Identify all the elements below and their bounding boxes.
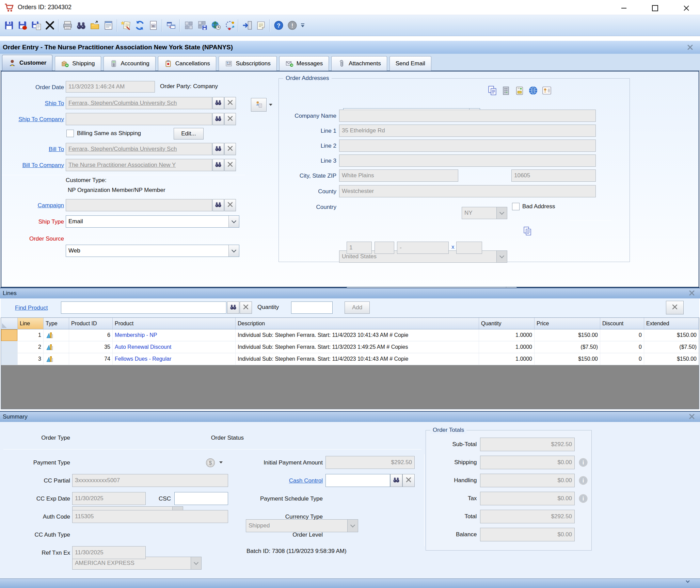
billing-same-checkbox[interactable] <box>66 130 74 137</box>
address-action-icon[interactable] <box>487 85 498 96</box>
product-link[interactable]: Fellows Dues - Regular <box>113 353 236 365</box>
report-icon[interactable] <box>101 18 115 33</box>
column-header-line[interactable]: Line <box>18 318 44 329</box>
summary-close-icon[interactable] <box>688 413 695 420</box>
help-icon[interactable]: ? <box>272 18 285 33</box>
csc-input[interactable] <box>174 492 228 505</box>
bill-to-search-button[interactable] <box>212 143 224 155</box>
cash-control-search-button[interactable] <box>390 474 402 487</box>
info-icon[interactable]: i <box>578 475 588 486</box>
tab[interactable]: Subscriptions <box>219 56 277 71</box>
campaign-search-button[interactable] <box>212 199 224 211</box>
ship-to-company-link[interactable]: Ship To Company <box>3 116 64 123</box>
bill-to-clear-button[interactable] <box>224 143 236 155</box>
order-source-select[interactable]: Web <box>66 245 239 257</box>
ship-to-link[interactable]: Ship To <box>14 100 64 107</box>
toolbar-overflow-button[interactable] <box>301 23 304 27</box>
column-header-type[interactable]: Type <box>44 318 69 329</box>
page-close-icon[interactable] <box>686 44 694 51</box>
tab[interactable]: Shipping <box>55 56 101 71</box>
tab[interactable]: Customer <box>2 55 52 71</box>
info-gray-icon[interactable]: ! <box>285 18 299 33</box>
folder-icon[interactable] <box>88 18 101 33</box>
address-action-icon[interactable] <box>500 85 511 96</box>
bill-to-link[interactable]: Bill To <box>14 146 64 153</box>
address-action-icon[interactable] <box>528 85 539 96</box>
row-selector-cell[interactable] <box>1 329 18 341</box>
minimize-button[interactable] <box>618 3 630 13</box>
column-header-product-id[interactable]: Product ID <box>69 318 113 329</box>
batch-id-text: Batch ID: 7308 (11/9/2023 9:58:39 AM) <box>246 548 347 555</box>
note-pen-icon[interactable] <box>254 18 268 33</box>
ship-type-select[interactable]: Email <box>66 215 239 228</box>
close-button[interactable] <box>680 3 693 13</box>
cash-control-link[interactable]: Cash Control <box>229 477 323 485</box>
save-page-icon[interactable] <box>29 18 43 33</box>
bill-to-company-search-button[interactable] <box>212 159 224 171</box>
id-doc-icon[interactable]: ID <box>146 18 160 33</box>
lines-close-icon[interactable] <box>688 290 695 296</box>
maximize-button[interactable] <box>649 3 661 13</box>
ship-to-search-button[interactable] <box>212 97 224 109</box>
find-icon[interactable] <box>74 18 88 33</box>
quantity-input[interactable] <box>291 301 333 314</box>
refresh-icon[interactable] <box>133 18 146 33</box>
column-header-discount[interactable]: Discount <box>600 318 644 329</box>
row-selector-cell[interactable] <box>1 353 18 365</box>
refresh-dots-icon[interactable] <box>223 18 236 33</box>
payment-options-dropdown-icon[interactable] <box>219 461 223 463</box>
bill-to-company-clear-button[interactable] <box>224 159 236 171</box>
table-row[interactable]: 3 74 Fellows Dues - Regular Individual S… <box>1 353 699 365</box>
customer-info-button[interactable] <box>251 98 267 112</box>
product-link[interactable]: Membership - NP <box>113 329 236 341</box>
find-product-clear-button[interactable] <box>240 301 252 314</box>
bill-to-company-link[interactable]: Bill To Company <box>3 162 64 169</box>
cash-control-field[interactable] <box>325 474 390 487</box>
row-selector-cell[interactable] <box>1 341 18 353</box>
tab[interactable]: Messages <box>279 56 329 71</box>
info-icon[interactable]: i <box>578 493 588 504</box>
cash-control-clear-button[interactable] <box>402 474 415 487</box>
save-red-icon[interactable] <box>16 18 29 33</box>
find-product-input[interactable] <box>61 301 226 314</box>
blocks-save-icon[interactable] <box>195 18 209 33</box>
tab[interactable]: Accounting <box>104 56 156 71</box>
save-icon[interactable] <box>2 18 16 33</box>
table-row[interactable]: 1 6 Membership - NP Individual Sub: Step… <box>1 329 699 341</box>
doc-new-icon[interactable] <box>119 18 133 33</box>
column-header-quantity[interactable]: Quantity <box>479 318 535 329</box>
print-icon[interactable] <box>61 18 74 33</box>
campaign-clear-button[interactable] <box>224 199 236 211</box>
copy-phone-icon[interactable] <box>522 226 532 236</box>
arrow-door-icon[interactable] <box>240 18 254 33</box>
blocks-icon[interactable] <box>182 18 195 33</box>
column-header-extended[interactable]: Extended <box>644 318 699 329</box>
find-product-link[interactable]: Find Product <box>15 304 57 312</box>
tab[interactable]: Send Email <box>389 56 431 71</box>
currency-coin-icon[interactable]: $ <box>205 457 216 468</box>
grid-corner-selector[interactable] <box>1 318 18 329</box>
ship-to-company-search-button[interactable] <box>212 113 224 125</box>
column-header-description[interactable]: Description <box>236 318 479 329</box>
address-action-icon[interactable] <box>541 85 552 96</box>
table-row[interactable]: 2 35 Auto Renewal Discount Individual Su… <box>1 341 699 353</box>
delete-icon[interactable] <box>43 18 57 33</box>
tab[interactable]: Cancellations <box>158 56 216 71</box>
add-line-button[interactable]: Add <box>345 301 370 314</box>
delete-line-button[interactable] <box>666 301 684 314</box>
campaign-link[interactable]: Campaign <box>20 202 64 209</box>
tab[interactable]: Attachments <box>331 56 387 71</box>
address-action-icon[interactable] <box>514 85 525 96</box>
column-header-product[interactable]: Product <box>113 318 236 329</box>
find-product-search-button[interactable] <box>227 301 239 314</box>
customer-info-dropdown-icon[interactable] <box>269 104 272 106</box>
win-copy-icon[interactable] <box>164 18 178 33</box>
product-link[interactable]: Auto Renewal Discount <box>113 341 236 353</box>
info-icon[interactable]: i <box>578 457 588 468</box>
column-header-price[interactable]: Price <box>535 318 600 329</box>
globe-clock-icon[interactable] <box>209 18 223 33</box>
edit-address-button[interactable]: Edit... <box>174 128 204 140</box>
ship-to-company-clear-button[interactable] <box>224 113 236 125</box>
bad-address-checkbox[interactable] <box>512 203 520 210</box>
ship-to-clear-button[interactable] <box>224 97 236 109</box>
